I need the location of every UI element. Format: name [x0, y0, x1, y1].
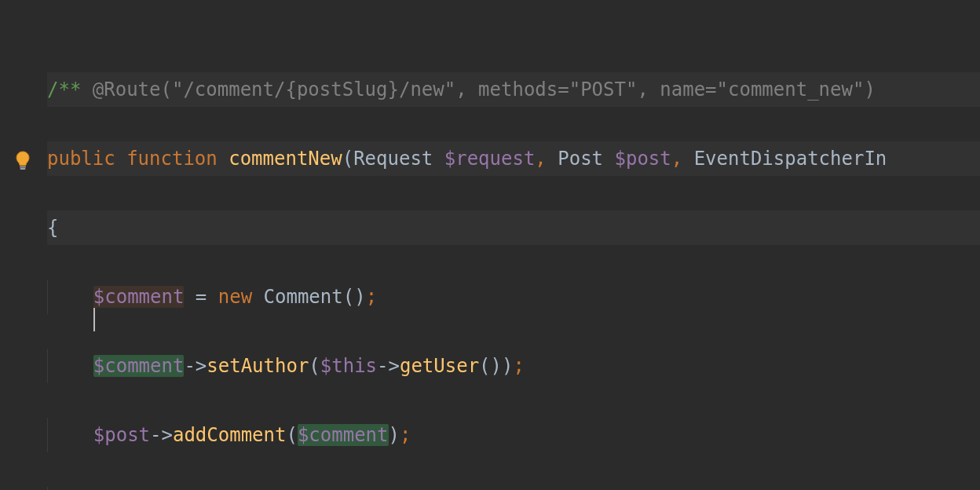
annotation-name: @Route: [93, 79, 161, 101]
method-addComment: addComment: [173, 424, 287, 446]
doc-open: /**: [47, 79, 81, 101]
class-name: Comment: [264, 286, 343, 308]
arrow-operator: ->: [184, 355, 207, 377]
method-getUser: getUser: [400, 355, 479, 377]
var-this: $this: [320, 355, 377, 377]
var-comment: $comment: [93, 286, 185, 308]
code-line: $comment->setAuthor($this->getUser());: [47, 349, 980, 383]
paren-open: (: [286, 424, 297, 446]
param-var: $request: [444, 148, 536, 170]
method-setAuthor: setAuthor: [207, 355, 309, 377]
doc-comment-line: /** @Route("/comment/{postSlug}/new", me…: [47, 72, 980, 107]
methods-val: "POST": [569, 79, 638, 101]
paren-open: (: [309, 355, 320, 377]
code-line: $comment = new Comment();: [47, 280, 980, 314]
arrow-operator: ->: [377, 355, 400, 377]
methods-key: methods=: [478, 79, 569, 101]
svg-rect-1: [20, 168, 26, 170]
lightbulb-icon: [14, 151, 31, 171]
call-tail: (): [343, 286, 366, 308]
svg-rect-0: [20, 166, 26, 168]
param-var: $post: [615, 148, 671, 170]
keyword-public: public: [47, 148, 115, 170]
param-type: Post: [558, 148, 603, 170]
paren-open: (: [161, 79, 172, 101]
route-path: "/comment/{postSlug}/new": [172, 79, 455, 101]
name-val: "comment_new": [717, 79, 865, 101]
param-type: EventDispatcherIn: [694, 148, 887, 170]
var-comment: $comment: [298, 424, 389, 446]
function-name: commentNew: [229, 148, 342, 170]
brace-open-line: {: [47, 210, 980, 245]
param-type: Request: [353, 148, 433, 170]
keyword-new: new: [218, 286, 252, 308]
var-post: $post: [93, 424, 150, 446]
editor-gutter: [0, 0, 47, 490]
var-comment: $comment: [93, 355, 185, 377]
name-key: name=: [660, 79, 716, 101]
arrow-operator: ->: [150, 424, 173, 446]
code-editor[interactable]: /** @Route("/comment/{postSlug}/new", me…: [0, 0, 980, 490]
operator-assign: =: [184, 286, 218, 308]
paren-close: ): [864, 79, 875, 101]
separator: ,: [637, 79, 660, 101]
function-signature-line: public function commentNew(Request $requ…: [47, 141, 980, 176]
brace-open: {: [47, 217, 58, 239]
intention-bulb[interactable]: [14, 151, 31, 171]
keyword-function: function: [126, 148, 218, 170]
code-area[interactable]: /** @Route("/comment/{postSlug}/new", me…: [47, 0, 980, 490]
blank-line: [47, 487, 980, 490]
separator: ,: [455, 79, 478, 101]
code-line: $post->addComment($comment);: [47, 418, 980, 452]
